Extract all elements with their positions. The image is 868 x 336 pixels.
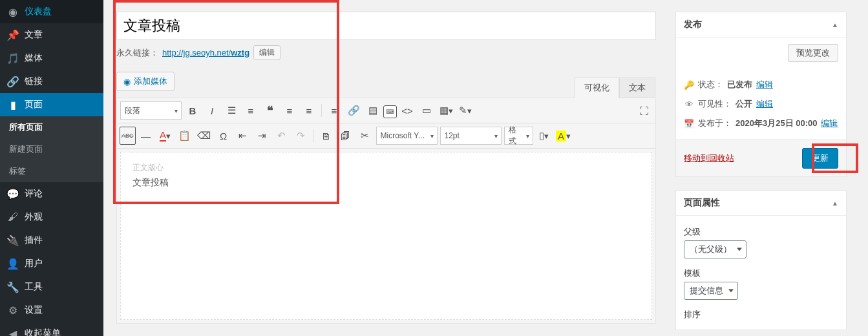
collapse-icon[interactable]: ▲: [832, 200, 838, 207]
font-family-select[interactable]: Microsoft Y...: [376, 127, 438, 145]
bullet-list-button[interactable]: ☰: [222, 101, 240, 120]
sidebar-collapse-label: 收起菜单: [25, 328, 61, 336]
sidebar-item-posts[interactable]: 📌文章: [0, 23, 103, 47]
redo-button[interactable]: ↷: [292, 127, 310, 145]
italic-button[interactable]: I: [203, 101, 221, 120]
sidebar-item-comments[interactable]: 💬评论: [0, 182, 103, 205]
pin-icon: 📌: [6, 28, 19, 41]
update-button[interactable]: 更新: [802, 148, 838, 169]
side-panels: 发布▲ 预览更改 🔑状态：已发布 编辑 👁可见性：公开 编辑 📅发布于：2020…: [675, 0, 856, 330]
tab-text[interactable]: 文本: [619, 78, 655, 98]
doc-button[interactable]: 🗎: [317, 127, 335, 145]
plugin-icon: 🔌: [6, 234, 19, 247]
sidebar-item-pages[interactable]: ▮页面: [0, 93, 103, 116]
hr-button[interactable]: —: [137, 127, 155, 145]
sidebar-item-tools[interactable]: 🔧工具: [0, 275, 103, 299]
sidebar-item-appearance[interactable]: 🖌外观: [0, 205, 103, 229]
permalink-url[interactable]: http://jg.seoyh.net/wztg: [162, 48, 249, 58]
undo-button[interactable]: ↶: [273, 127, 291, 145]
fullscreen-button[interactable]: ⛶: [635, 101, 653, 120]
permalink-edit-button[interactable]: 编辑: [253, 45, 281, 60]
post-title-input[interactable]: [116, 12, 656, 40]
format-select[interactable]: 段落: [120, 101, 182, 120]
status-edit-link[interactable]: 编辑: [756, 79, 773, 90]
calendar-icon: 📅: [684, 119, 694, 129]
sidebar-item-label: 文章: [25, 29, 43, 41]
link-icon: 🔗: [6, 75, 19, 88]
collapse-icon[interactable]: ▲: [832, 21, 838, 28]
parent-select[interactable]: （无父级）: [684, 240, 746, 258]
align-left-button[interactable]: ≡: [281, 101, 299, 120]
sidebar-item-label: 仪表盘: [25, 6, 52, 17]
editor-container: 可视化 文本 段落 B I ☰ ≡ ❝ ≡ ≡ ≡ 🔗 ▤ ⌨ <> ▭ ▦▾ …: [116, 98, 656, 324]
bold-button[interactable]: B: [184, 101, 202, 120]
sidebar-item-links[interactable]: 🔗链接: [0, 70, 103, 93]
template-label: 模板: [684, 268, 838, 279]
indent-button[interactable]: ⇥: [253, 127, 271, 145]
sidebar-item-media[interactable]: 🎵媒体: [0, 47, 103, 70]
media-icon: 🎵: [6, 52, 19, 65]
date-value: 2020年3月25日 00:00: [736, 118, 817, 129]
add-media-button[interactable]: ◉ 添加媒体: [116, 72, 175, 91]
insert-more-button[interactable]: ▤: [364, 101, 382, 120]
edit-button[interactable]: ✎▾: [456, 101, 474, 120]
separator: [321, 104, 322, 117]
toolbar-toggle-button[interactable]: ⌨: [383, 105, 397, 118]
sidebar-collapse[interactable]: ◀收起菜单: [0, 322, 103, 336]
box1-button[interactable]: ▭: [418, 101, 436, 120]
brush-icon: 🖌: [6, 211, 19, 224]
permalink-label: 永久链接：: [116, 47, 158, 59]
sidebar-item-label: 工具: [25, 281, 43, 293]
insert-link-button[interactable]: 🔗: [344, 101, 363, 120]
code-button[interactable]: <>: [398, 101, 416, 120]
separator: [313, 129, 314, 142]
editor-body[interactable]: 正文版心 文章投稿: [120, 152, 652, 320]
special-char-button[interactable]: Ω: [215, 127, 233, 145]
move-to-trash-link[interactable]: 移动到回收站: [684, 152, 734, 164]
attrs-title: 页面属性: [684, 197, 720, 209]
clear-format-button[interactable]: ⌫: [195, 127, 213, 145]
add-media-label: 添加媒体: [134, 76, 167, 87]
visibility-label: 可见性：: [698, 98, 732, 110]
dashboard-icon: ◉: [6, 5, 19, 18]
sidebar-sub-new-page[interactable]: 新建页面: [0, 138, 103, 160]
status-label: 状态：: [698, 79, 723, 90]
date-edit-link[interactable]: 编辑: [821, 118, 838, 129]
number-list-button[interactable]: ≡: [242, 101, 260, 120]
visibility-edit-link[interactable]: 编辑: [756, 98, 773, 110]
paste-text-button[interactable]: 📋: [176, 127, 194, 145]
editor-text: 文章投稿: [132, 177, 640, 189]
publish-title: 发布: [684, 19, 702, 30]
style-select[interactable]: 格式: [504, 127, 533, 145]
sidebar-item-plugins[interactable]: 🔌插件: [0, 229, 103, 252]
template-select[interactable]: 提交信息: [684, 282, 738, 300]
comment-icon: 💬: [6, 187, 19, 200]
bg-color-button[interactable]: A▾: [555, 127, 573, 145]
text-color-button[interactable]: A▾: [156, 127, 175, 145]
sidebar-sub-tags[interactable]: 标签: [0, 160, 103, 182]
user-icon: 👤: [6, 257, 19, 270]
blockquote-button[interactable]: ❝: [261, 101, 279, 120]
strikethrough-button[interactable]: ABC: [120, 127, 136, 145]
align-center-button[interactable]: ≡: [300, 101, 318, 120]
outdent-button[interactable]: ⇤: [234, 127, 252, 145]
tab-visual[interactable]: 可视化: [575, 78, 619, 98]
eye-icon: 👁: [684, 100, 694, 109]
sliders-icon: ⚙: [6, 304, 19, 317]
sidebar-item-dashboard[interactable]: ◉仪表盘: [0, 0, 103, 23]
sidebar-item-label: 评论: [25, 188, 43, 200]
sidebar-item-users[interactable]: 👤用户: [0, 252, 103, 275]
status-value: 已发布: [727, 79, 752, 90]
cut-button[interactable]: ✂: [356, 127, 374, 145]
collapse-icon: ◀: [6, 327, 19, 336]
sidebar-item-label: 链接: [25, 76, 43, 87]
sidebar-item-settings[interactable]: ⚙设置: [0, 299, 103, 322]
table-button[interactable]: ▦▾: [437, 101, 455, 120]
sidebar-sub-all-pages[interactable]: 所有页面: [0, 116, 103, 138]
copy-button[interactable]: 🗐: [337, 127, 355, 145]
preview-button[interactable]: 预览更改: [788, 44, 838, 62]
layout-button[interactable]: ▯▾: [535, 127, 553, 145]
align-right-button[interactable]: ≡: [325, 101, 343, 120]
font-size-select[interactable]: 12pt: [440, 127, 502, 145]
page-icon: ▮: [6, 98, 19, 111]
